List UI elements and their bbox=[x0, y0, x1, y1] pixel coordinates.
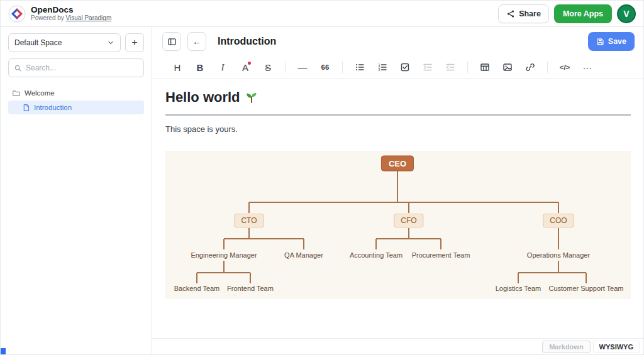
blockquote-button[interactable]: 66 bbox=[316, 58, 334, 76]
svg-text:3: 3 bbox=[379, 68, 380, 72]
toggle-sidebar-button[interactable] bbox=[162, 32, 181, 51]
corner-accent bbox=[1, 348, 6, 354]
app-title-block: OpenDocs Powered by Visual Paradigm bbox=[31, 6, 111, 22]
toolbar-divider bbox=[342, 62, 343, 73]
outdent-icon-button bbox=[441, 58, 459, 76]
opendocs-app: OpenDocs Powered by Visual Paradigm Shar… bbox=[0, 0, 644, 355]
org-connector bbox=[558, 202, 559, 213]
code-block-button[interactable]: </> bbox=[556, 58, 574, 76]
doc-title: Introduction bbox=[218, 36, 276, 47]
indent-icon-button bbox=[419, 58, 436, 76]
document-paragraph: This space is yours. bbox=[165, 124, 631, 134]
editor-footer: Markdown WYSIWYG bbox=[152, 338, 644, 355]
back-arrow-icon: ← bbox=[192, 36, 201, 46]
toolbar-divider bbox=[285, 62, 286, 73]
table-icon-button[interactable] bbox=[476, 58, 494, 76]
org-node-qa-manager: QA Manager bbox=[284, 251, 323, 259]
panel-icon bbox=[167, 37, 177, 46]
org-node-procurement-team: Procurement Team bbox=[412, 251, 470, 259]
mode-markdown-button[interactable]: Markdown bbox=[542, 341, 590, 353]
org-node-engineering-manager: Engineering Manager bbox=[191, 251, 257, 259]
toolbar-divider bbox=[467, 62, 468, 73]
share-button[interactable]: Share bbox=[498, 4, 549, 23]
document-content[interactable]: Hello world This space is yours. CEOCTOC… bbox=[152, 79, 644, 338]
horizontal-rule-button[interactable]: — bbox=[294, 58, 311, 76]
org-connector bbox=[303, 239, 304, 249]
heading-glyph: H bbox=[174, 62, 181, 73]
color-dot bbox=[248, 62, 251, 65]
avatar[interactable]: V bbox=[617, 4, 636, 23]
org-node-customer-support-team: Customer Support Team bbox=[548, 285, 623, 292]
tree-item-introduction[interactable]: Introduction bbox=[8, 101, 144, 114]
org-node-ceo: CEO bbox=[381, 156, 414, 172]
org-node-accounting-team: Accounting Team bbox=[350, 251, 402, 259]
app-name: OpenDocs bbox=[31, 6, 111, 15]
org-node-frontend-team: Frontend Team bbox=[227, 285, 274, 292]
org-connector bbox=[197, 272, 250, 273]
doc-toolbar: ← Introduction Save bbox=[152, 27, 644, 56]
org-connector bbox=[223, 239, 225, 249]
org-connector bbox=[223, 261, 225, 273]
space-selector[interactable]: Default Space bbox=[8, 33, 121, 52]
more-apps-button[interactable]: More Apps bbox=[554, 4, 612, 23]
task-list-icon-button[interactable] bbox=[396, 58, 414, 76]
org-connector bbox=[518, 273, 519, 283]
org-connector bbox=[248, 228, 250, 239]
italic-button[interactable]: I bbox=[214, 58, 231, 76]
tree-item-label: Introduction bbox=[34, 104, 72, 111]
text-color-button[interactable]: A bbox=[236, 58, 254, 76]
seedling-emoji-icon bbox=[245, 91, 258, 104]
share-label: Share bbox=[519, 9, 541, 18]
org-connector bbox=[440, 239, 441, 249]
blockquote-glyph: 66 bbox=[321, 63, 330, 71]
app-header: OpenDocs Powered by Visual Paradigm Shar… bbox=[1, 1, 643, 27]
share-icon bbox=[506, 9, 515, 18]
more-button[interactable]: ··· bbox=[579, 58, 596, 76]
bold-glyph: B bbox=[197, 62, 204, 73]
org-node-logistics-team: Logistics Team bbox=[496, 285, 541, 292]
org-connector bbox=[250, 273, 251, 283]
org-connector bbox=[224, 238, 304, 239]
search-box[interactable] bbox=[8, 58, 144, 77]
org-node-backend-team: Backend Team bbox=[174, 285, 220, 292]
ordered-list-icon-button[interactable]: 123 bbox=[374, 58, 391, 76]
space-row: Default Space + bbox=[8, 33, 144, 52]
format-toolbar: HBIAS—66123</>··· bbox=[152, 56, 644, 79]
save-button[interactable]: Save bbox=[588, 32, 635, 51]
heading-button[interactable]: H bbox=[169, 58, 186, 76]
page-icon bbox=[22, 104, 30, 112]
back-button[interactable]: ← bbox=[187, 32, 206, 51]
toolbar-divider bbox=[547, 62, 548, 73]
tree-item-label: Welcome bbox=[25, 89, 55, 97]
horizontal-rule-glyph: — bbox=[298, 62, 308, 73]
space-name: Default Space bbox=[14, 38, 62, 47]
org-chart: CEOCTOCFOCOOEngineering ManagerQA Manage… bbox=[165, 151, 631, 299]
bullet-list-icon-button[interactable] bbox=[351, 58, 369, 76]
org-node-cfo: CFO bbox=[394, 214, 423, 227]
strikethrough-glyph: S bbox=[265, 62, 271, 73]
visual-paradigm-link[interactable]: Visual Paradigm bbox=[66, 14, 112, 21]
org-connector bbox=[408, 228, 409, 239]
chevron-down-icon bbox=[107, 39, 114, 46]
save-label: Save bbox=[608, 37, 626, 46]
link-icon-button[interactable] bbox=[521, 58, 539, 76]
document-heading: Hello world bbox=[165, 88, 631, 107]
org-connector bbox=[376, 238, 441, 239]
org-connector bbox=[249, 202, 558, 203]
mode-wysiwyg-button[interactable]: WYSIWYG bbox=[593, 341, 640, 353]
tree-item-welcome[interactable]: Welcome bbox=[8, 86, 144, 100]
org-connector bbox=[196, 273, 197, 283]
search-input[interactable] bbox=[26, 63, 138, 72]
org-connector bbox=[375, 239, 377, 249]
org-node-coo: COO bbox=[543, 214, 574, 227]
heading-text: Hello world bbox=[165, 88, 240, 107]
search-icon bbox=[14, 64, 22, 72]
powered-by-prefix: Powered by bbox=[31, 14, 66, 21]
strikethrough-button[interactable]: S bbox=[259, 58, 277, 76]
heading-divider bbox=[165, 114, 631, 116]
bold-button[interactable]: B bbox=[191, 58, 209, 76]
image-icon-button[interactable] bbox=[499, 58, 516, 76]
powered-by: Powered by Visual Paradigm bbox=[31, 14, 111, 21]
add-page-button[interactable]: + bbox=[125, 33, 144, 52]
editor-main: ← Introduction Save HBIAS—66123</>··· He… bbox=[152, 27, 644, 355]
